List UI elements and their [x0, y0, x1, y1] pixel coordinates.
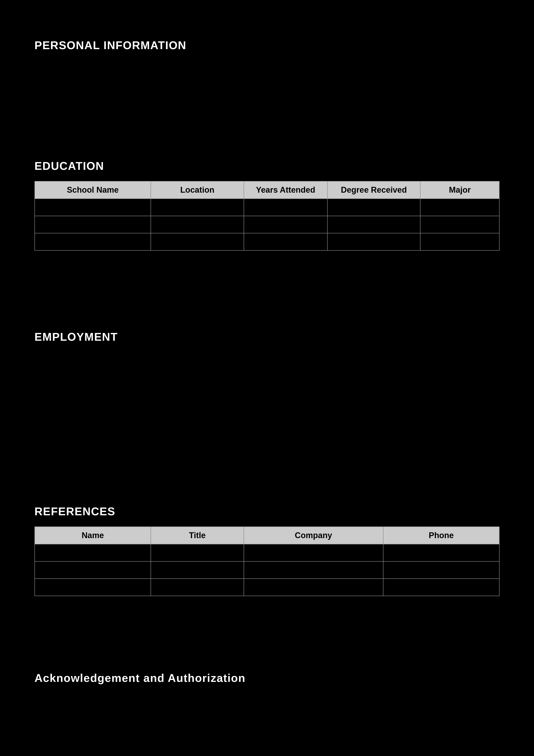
references-table-body	[35, 544, 499, 596]
education-header-row: School Name Location Years Attended Degr…	[35, 181, 499, 199]
references-row3-name[interactable]	[35, 579, 151, 596]
education-col-major: Major	[420, 181, 499, 199]
education-row2-years[interactable]	[244, 216, 327, 233]
education-row2-major[interactable]	[420, 216, 499, 233]
references-header-row: Name Title Company Phone	[35, 527, 499, 544]
education-row3-school[interactable]	[35, 233, 151, 251]
references-row1-title[interactable]	[151, 544, 243, 561]
references-extra-space	[35, 605, 499, 659]
education-row1-degree[interactable]	[327, 199, 420, 216]
references-table: Name Title Company Phone	[35, 526, 499, 596]
references-row3-phone[interactable]	[383, 579, 499, 596]
education-row1-school[interactable]	[35, 199, 151, 216]
references-row2-name[interactable]	[35, 561, 151, 579]
education-extra-space	[35, 259, 499, 313]
table-row	[35, 544, 499, 561]
education-row2-school[interactable]	[35, 216, 151, 233]
employment-section: EMPLOYMENT	[35, 330, 499, 492]
table-row	[35, 579, 499, 596]
references-col-title: Title	[151, 527, 243, 544]
employment-extra-space	[35, 438, 499, 492]
references-row2-company[interactable]	[244, 561, 383, 579]
education-table-header: School Name Location Years Attended Degr…	[35, 181, 499, 199]
acknowledgement-title: Acknowledgement and Authorization	[35, 671, 499, 685]
table-row	[35, 233, 499, 251]
education-row3-major[interactable]	[420, 233, 499, 251]
education-row1-location[interactable]	[151, 199, 243, 216]
personal-info-content-area	[35, 60, 499, 147]
references-row1-name[interactable]	[35, 544, 151, 561]
references-row2-title[interactable]	[151, 561, 243, 579]
references-row1-phone[interactable]	[383, 544, 499, 561]
employment-content-area	[35, 352, 499, 438]
education-col-years-attended: Years Attended	[244, 181, 327, 199]
education-row1-major[interactable]	[420, 199, 499, 216]
table-row	[35, 199, 499, 216]
references-row1-company[interactable]	[244, 544, 383, 561]
acknowledgement-section: Acknowledgement and Authorization	[35, 671, 499, 756]
table-row	[35, 561, 499, 579]
references-col-name: Name	[35, 527, 151, 544]
personal-information-section: PERSONAL INFORMATION	[35, 39, 499, 147]
references-table-header: Name Title Company Phone	[35, 527, 499, 544]
employment-title: EMPLOYMENT	[35, 330, 499, 343]
education-row2-degree[interactable]	[327, 216, 420, 233]
page-container: PERSONAL INFORMATION EDUCATION School Na…	[0, 0, 534, 756]
education-row1-years[interactable]	[244, 199, 327, 216]
references-row3-company[interactable]	[244, 579, 383, 596]
education-col-location: Location	[151, 181, 243, 199]
education-col-school-name: School Name	[35, 181, 151, 199]
references-col-company: Company	[244, 527, 383, 544]
references-title: REFERENCES	[35, 505, 499, 518]
education-row3-years[interactable]	[244, 233, 327, 251]
references-row2-phone[interactable]	[383, 561, 499, 579]
references-section: REFERENCES Name Title Company Phone	[35, 505, 499, 659]
education-table: School Name Location Years Attended Degr…	[35, 181, 499, 251]
table-row	[35, 216, 499, 233]
education-table-body	[35, 199, 499, 251]
education-col-degree-received: Degree Received	[327, 181, 420, 199]
personal-information-title: PERSONAL INFORMATION	[35, 39, 499, 52]
references-row3-title[interactable]	[151, 579, 243, 596]
references-col-phone: Phone	[383, 527, 499, 544]
education-row3-location[interactable]	[151, 233, 243, 251]
education-row3-degree[interactable]	[327, 233, 420, 251]
education-section: EDUCATION School Name Location Years Att…	[35, 159, 499, 313]
education-row2-location[interactable]	[151, 216, 243, 233]
acknowledgement-content-area	[35, 693, 499, 756]
education-title: EDUCATION	[35, 159, 499, 173]
